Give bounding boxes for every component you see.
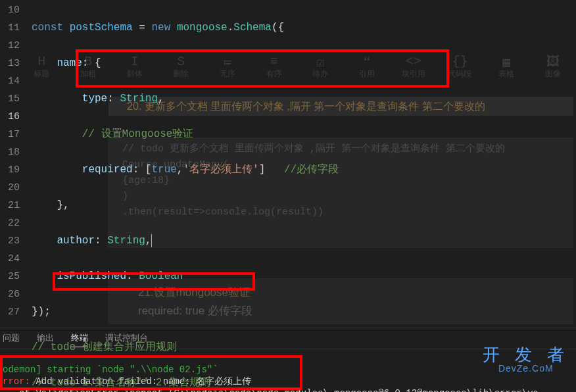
text-cursor: [151, 234, 152, 247]
line-number-gutter[interactable]: 10 11 12 13 14 15 16 17 18 19 20 21 22 2…: [0, 0, 32, 328]
code-editor[interactable]: H标题 B加粗 I斜体 S删除 ≔无序 ≡有序 ☑待办 ❝引用 <>块引用 {}…: [0, 0, 576, 328]
code-content[interactable]: const postSchema = new mongoose.Schema({…: [32, 0, 576, 328]
tab-problems[interactable]: 问题: [3, 332, 20, 347]
